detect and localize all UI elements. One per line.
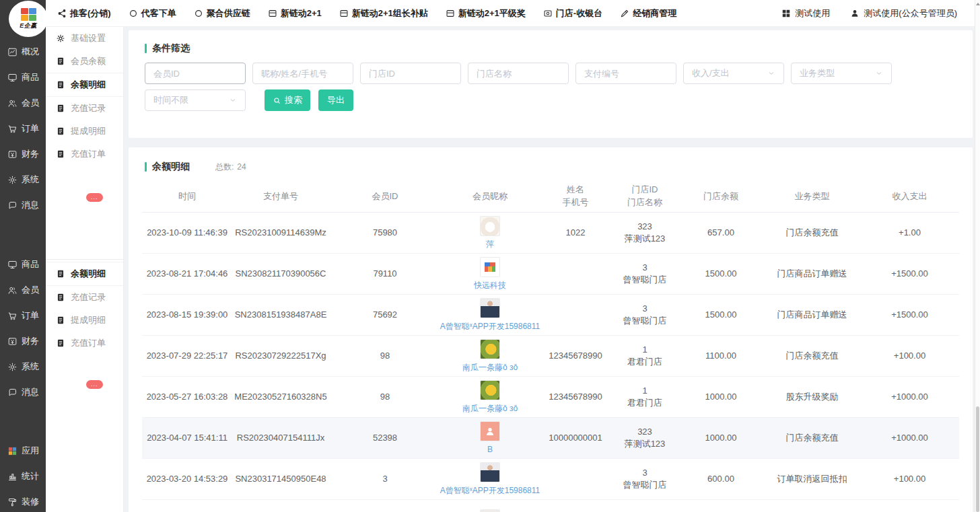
sidebar-item-apps[interactable]: 应用 <box>0 438 46 464</box>
sidebar-item-orders[interactable]: 订单 <box>0 303 46 328</box>
payment-no-input[interactable] <box>575 63 676 84</box>
total-value: 24 <box>237 162 246 172</box>
finance-icon <box>7 149 18 159</box>
income-expense-select[interactable]: 收入/支出 <box>683 63 784 84</box>
submenu-item-member-balance[interactable]: 会员余额 <box>46 50 123 73</box>
doc-icon <box>56 149 65 159</box>
doc-icon <box>56 316 65 325</box>
submenu-item-recharge-records[interactable]: 充值记录 <box>46 286 123 309</box>
submenu-item-commission-detail[interactable]: 提成明细 <box>46 120 123 143</box>
sidebar-label: 系统 <box>22 361 39 373</box>
sidebar-label: 财务 <box>22 148 39 160</box>
table-title: 余额明细 <box>145 161 190 173</box>
submenu-section-2: 余额明细 充值记录 提成明细 充值订单 <box>46 259 123 355</box>
cell-pay-no: SN2308151938487A8E <box>232 309 329 321</box>
scrollbar-thumb[interactable] <box>976 406 979 512</box>
select-placeholder: 时间不限 <box>153 94 188 106</box>
sidebar-label: 财务 <box>22 335 39 347</box>
sidebar-label: 订单 <box>22 309 39 322</box>
member-avatar <box>480 216 500 236</box>
sidebar-item-messages[interactable]: 消息 ... <box>0 192 46 218</box>
sidebar-item-system[interactable]: 系统 <box>0 167 46 192</box>
workspace-switcher[interactable]: 测试使用 <box>781 7 830 20</box>
member-nickname-link[interactable]: A曾智聪ˣAPP开发15986811 <box>440 484 540 497</box>
cell-member-id: 98 <box>329 350 441 362</box>
nav-item-peer-award[interactable]: 新链动2+1平级奖 <box>446 7 526 20</box>
store-id-input[interactable] <box>360 63 461 84</box>
submenu-item-recharge-records[interactable]: 充值记录 <box>46 97 123 120</box>
submenu-item-balance-detail[interactable]: 余额明细 <box>46 73 123 97</box>
logo-mark-icon <box>21 8 36 21</box>
sidebar-item-finance[interactable]: 财务 <box>0 141 46 167</box>
nav-item-dealer-management[interactable]: 经销商管理 <box>620 7 676 20</box>
sidebar-item-goods[interactable]: 商品 <box>0 252 46 277</box>
submenu-label: 余额明细 <box>71 79 106 91</box>
cell-time: 2023-05-27 16:03:28 <box>142 391 232 403</box>
sidebar-item-messages[interactable]: 消息 ... <box>0 379 46 405</box>
sidebar-item-system[interactable]: 系统 <box>0 354 46 379</box>
business-type-select[interactable]: 业务类型 <box>791 63 892 84</box>
panel-icon <box>446 9 455 18</box>
submenu-item-recharge-orders[interactable]: 充值订单 <box>46 332 123 355</box>
nav-item-proxy-order[interactable]: 代客下单 <box>129 7 176 20</box>
cell-name-phone: 12345678990 <box>539 350 612 362</box>
sidebar-item-stats[interactable]: 统计 <box>0 464 46 489</box>
nav-item-distribution[interactable]: 推客(分销) <box>57 7 111 20</box>
scrollbar-up-arrow-icon[interactable] <box>976 3 980 5</box>
apps-grid-icon <box>7 446 18 456</box>
grid-icon <box>781 9 791 18</box>
search-button[interactable]: 搜索 <box>265 89 310 111</box>
app-logo[interactable]: E企赢 <box>9 1 48 37</box>
submenu-item-balance-detail[interactable]: 余额明细 <box>46 262 123 286</box>
submenu-item-commission-detail[interactable]: 提成明细 <box>46 309 123 332</box>
nav-label: 门店-收银台 <box>556 7 602 20</box>
message-badge: ... <box>86 380 103 389</box>
export-button[interactable]: 导出 <box>318 89 353 111</box>
total-count: 总数:24 <box>215 161 246 173</box>
nav-item-leader-subsidy[interactable]: 新链动2+1组长补贴 <box>339 7 428 20</box>
cell-amount: +100.00 <box>860 473 959 485</box>
vertical-scrollbar[interactable] <box>975 0 980 512</box>
cell-nickname: 南瓜一条藤ǒ зǒ <box>441 380 539 414</box>
member-nickname-link[interactable]: 萍 <box>486 238 494 250</box>
submenu-item-recharge-orders[interactable]: 充值订单 <box>46 143 123 166</box>
cell-pay-no: RS20230407154111Jx <box>232 432 329 444</box>
sidebar-item-finance[interactable]: 财务 <box>0 328 46 354</box>
sidebar-item-goods[interactable]: 商品 <box>0 65 46 90</box>
account-menu[interactable]: 测试使用(公众号管理员) <box>850 7 957 20</box>
sidebar-item-decorate[interactable]: 装修 <box>0 489 46 512</box>
member-id-input[interactable] <box>145 63 246 84</box>
nav-item-chain-2plus1[interactable]: 新链动2+1 <box>268 7 322 20</box>
sidebar-item-members[interactable]: 会员 <box>0 90 46 116</box>
member-nickname-link[interactable]: B <box>487 443 493 455</box>
member-nickname-link[interactable]: 南瓜一条藤ǒ зǒ <box>462 361 518 373</box>
panel-icon <box>339 9 349 18</box>
sidebar-item-members[interactable]: 会员 <box>0 277 46 303</box>
time-range-select[interactable]: 时间不限 <box>145 89 246 111</box>
member-nickname-link[interactable]: 南瓜一条藤ǒ зǒ <box>462 402 518 414</box>
overview-icon <box>7 47 18 57</box>
chevron-down-icon <box>229 96 237 104</box>
message-badge: ... <box>86 193 103 202</box>
submenu-label: 充值记录 <box>71 291 106 303</box>
nav-item-pos-cashier[interactable]: 门店-收银台 <box>543 7 602 20</box>
nickname-name-phone-input[interactable] <box>252 63 353 84</box>
table-row-partial: 3 <box>142 500 959 512</box>
sidebar-label: 会员 <box>22 284 39 296</box>
cell-store: 323萍测试123 <box>612 426 678 450</box>
nav-item-supply-chain[interactable]: 聚合供应链 <box>194 7 250 20</box>
store-name-input[interactable] <box>468 63 569 84</box>
system-gear-icon <box>7 175 18 185</box>
cell-store: 3曾智聪门店 <box>612 467 678 491</box>
sidebar-item-orders[interactable]: 订单 <box>0 116 46 141</box>
sidebar-item-overview[interactable]: 概况 <box>0 39 46 65</box>
member-nickname-link[interactable]: 快远科技 <box>474 279 506 291</box>
system-gear-icon <box>7 362 18 372</box>
sidebar-label: 消息 <box>22 386 39 398</box>
select-placeholder: 业务类型 <box>800 67 835 79</box>
cell-amount: +1500.00 <box>860 268 959 280</box>
members-icon <box>7 285 18 295</box>
nav-label: 新链动2+1 <box>281 7 322 20</box>
submenu-item-basic-settings[interactable]: 基础设置 <box>46 27 123 50</box>
member-nickname-link[interactable]: A曾智聪ˣAPP开发15986811 <box>440 320 540 332</box>
